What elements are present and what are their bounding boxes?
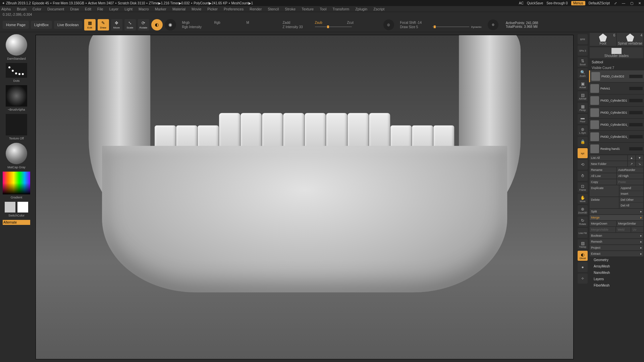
menu-file[interactable]: File — [97, 7, 103, 11]
menu-macro[interactable]: Macro — [139, 7, 149, 11]
listall-button[interactable]: List All — [590, 155, 627, 161]
xpose-button[interactable]: ✧ — [578, 274, 588, 284]
subtool-item[interactable]: Pelvis1 — [589, 82, 644, 95]
menu-layer[interactable]: Layer — [109, 7, 119, 11]
delother-button[interactable]: Del Other — [620, 197, 643, 202]
zsub-button[interactable]: Zsub — [315, 21, 345, 24]
tool-cell-spine[interactable]: 4Spinal vertabrae — [617, 33, 643, 46]
alllow-button[interactable]: All Low — [590, 173, 616, 179]
restore-icon[interactable]: ⤢ — [613, 1, 618, 5]
menu-stroke[interactable]: Stroke — [285, 7, 296, 11]
ghost-button[interactable]: ◐Ghost — [578, 251, 588, 261]
menu-preferences[interactable]: Preferences — [224, 7, 244, 11]
tool-cell-shoulder[interactable]: Shoulder blades — [590, 47, 643, 58]
close-icon[interactable]: ✕ — [637, 1, 642, 5]
fold-layers[interactable]: Layers — [589, 276, 644, 282]
copy-button[interactable]: Copy — [590, 179, 616, 185]
menu-transform[interactable]: Transform — [332, 7, 349, 11]
persp-button[interactable]: ▦Persp — [578, 103, 588, 113]
transp-button[interactable]: ▨Transp — [578, 239, 588, 249]
subtool-item[interactable]: PM3D_Cube3D2 — [589, 70, 644, 82]
project-button[interactable]: Project▸ — [590, 245, 643, 250]
draw-button[interactable]: ✎Draw — [98, 19, 109, 31]
rotate-button[interactable]: ⟳Rotate — [138, 19, 149, 31]
allhigh-button[interactable]: All High — [617, 173, 643, 179]
minimize-icon[interactable]: — — [621, 1, 626, 5]
aahalf-button[interactable]: ▤AAHalf — [578, 91, 588, 101]
tool-cell-foot[interactable]: 6Foot — [590, 33, 616, 46]
z-intensity-slider[interactable]: Z Intensity 33 — [283, 25, 313, 29]
solo-button[interactable]: ● — [578, 262, 588, 272]
rotate3d-button[interactable]: ↻Rotate — [578, 217, 588, 227]
autoreorder-button[interactable]: AutoReorder — [617, 167, 643, 173]
m-button[interactable]: M — [247, 21, 277, 24]
menu-texture[interactable]: Texture — [302, 7, 314, 11]
subtool-item[interactable]: PM3D_Cylinder3D1_1 — [589, 131, 644, 143]
menu-zplugin[interactable]: Zplugin — [355, 7, 367, 11]
merge-button[interactable]: Merge▸ — [590, 215, 643, 220]
subtool-item[interactable]: PM3D_Cylinder3D1 — [589, 107, 644, 119]
floor-button[interactable]: ▬Floor — [578, 114, 588, 124]
gradient-label[interactable]: Gradient — [11, 195, 22, 201]
lightbox-button[interactable]: LightBox — [31, 21, 52, 29]
rgb-intensity-slider[interactable]: Rgb Intensity — [182, 25, 212, 29]
rename-button[interactable]: Rename — [590, 167, 616, 173]
rot-z-button[interactable]: ⥁ — [578, 171, 588, 181]
edit-button[interactable]: ▦Edit — [84, 19, 96, 31]
mergevisible-button[interactable]: MergeVisible — [590, 227, 615, 232]
color-picker[interactable] — [3, 172, 30, 194]
append-button[interactable]: Append — [620, 185, 643, 191]
alternate-button[interactable]: Alternate — [3, 220, 30, 225]
viewport-canvas[interactable] — [36, 35, 574, 359]
spix-button[interactable]: SPix 3 — [578, 46, 588, 56]
menu-stencil[interactable]: Stencil — [268, 7, 279, 11]
subtool-item[interactable]: PM3D_Cylinder3D1 — [589, 95, 644, 107]
fold-nanomesh[interactable]: NanoMesh — [589, 269, 644, 276]
zadd-button[interactable]: Zadd — [283, 21, 313, 24]
menu-document[interactable]: Document — [47, 7, 64, 11]
mrgb-button[interactable]: Mrgb — [182, 21, 212, 24]
secondary-color[interactable] — [5, 202, 15, 213]
move-button[interactable]: ✥Move — [111, 19, 122, 31]
lsym-button[interactable]: ⊛L.Sym — [578, 125, 588, 135]
material-thumbnail[interactable] — [6, 143, 27, 164]
arrow-up-icon[interactable]: ↗ — [628, 161, 635, 167]
menu-zscript[interactable]: Zscript — [373, 7, 384, 11]
mergedown-button[interactable]: MergeDown — [590, 221, 616, 226]
movedown-button[interactable]: ▼ — [636, 155, 643, 161]
insert-button[interactable]: Insert — [620, 191, 643, 196]
duplicate-button[interactable]: Duplicate — [590, 185, 619, 196]
sculptris-button[interactable]: ◉ — [165, 19, 176, 31]
newfolder-button[interactable]: New Folder — [590, 161, 627, 167]
fold-geometry[interactable]: Geometry — [589, 257, 644, 263]
rot-xy-button[interactable]: ⟲ — [578, 160, 588, 170]
zoom3d-button[interactable]: ⊕Zoom3D — [578, 205, 588, 215]
focal-shift-slider[interactable]: Focal Shift -14 — [400, 21, 430, 24]
menu-brush[interactable]: Brush — [17, 7, 26, 11]
split-button[interactable]: Split▸ — [590, 209, 643, 214]
menu-material[interactable]: Material — [172, 7, 185, 11]
ac-label[interactable]: AC — [519, 1, 524, 5]
dynamic-label[interactable]: Dynamic — [471, 25, 482, 28]
move3d-button[interactable]: ✋Move — [578, 194, 588, 204]
delall-button[interactable]: Del All — [620, 203, 643, 208]
menu-light[interactable]: Light — [124, 7, 132, 11]
seethrough-slider[interactable]: See-through 0 — [546, 1, 568, 5]
gizmo-button[interactable]: ◐ — [151, 19, 163, 31]
draw-size-slider[interactable]: Draw Size 5 — [400, 25, 430, 29]
moveup-button[interactable]: ▲ — [628, 155, 635, 161]
homepage-button[interactable]: Home Page — [3, 21, 29, 29]
rgb-button[interactable]: Rgb — [214, 21, 245, 24]
subtool-item[interactable]: PM3D_Cylinder3D1_1 — [589, 119, 644, 131]
scale-button[interactable]: ⤡Scale — [124, 19, 136, 31]
menu-edit[interactable]: Edit — [85, 7, 91, 11]
menu-alpha[interactable]: Alpha — [1, 7, 11, 11]
brush-thumbnail[interactable] — [6, 34, 27, 56]
lock-button[interactable]: 🔒 — [578, 137, 588, 147]
linefill-button[interactable]: Line Fill — [578, 228, 588, 238]
remesh-button[interactable]: Remesh▸ — [590, 239, 643, 244]
alpha-thumbnail[interactable] — [6, 85, 27, 107]
liveboolean-button[interactable]: Live Boolean — [54, 21, 82, 29]
menu-draw[interactable]: Draw — [70, 7, 79, 11]
xyz-button[interactable]: xyz — [578, 148, 588, 158]
